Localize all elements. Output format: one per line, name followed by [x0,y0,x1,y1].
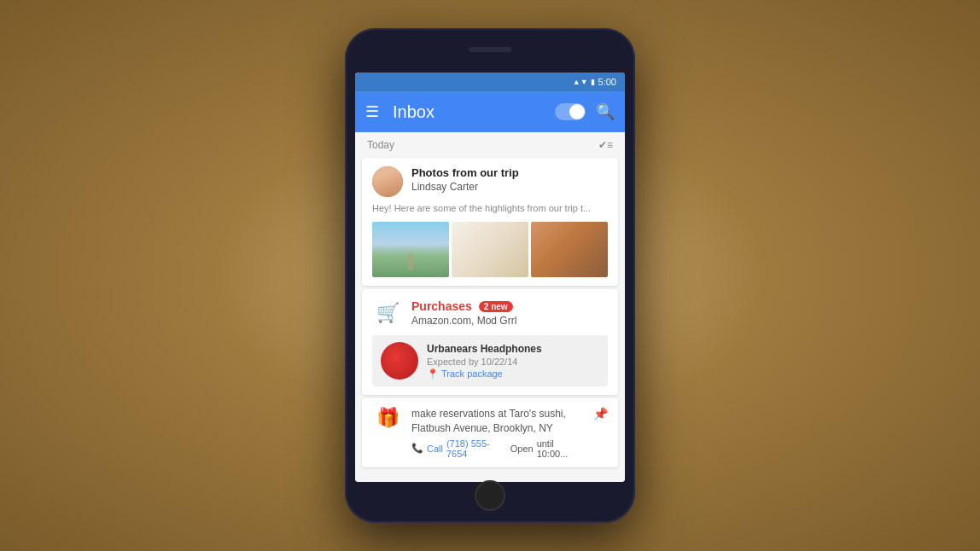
photo-thumb-3[interactable] [531,222,608,277]
menu-icon[interactable]: ☰ [365,102,379,121]
phone-screen: ▲▼ ▮ 5:00 ☰ Inbox 🔍 Today ✔≡ [355,72,625,482]
phone: ▲▼ ▮ 5:00 ☰ Inbox 🔍 Today ✔≡ [345,28,635,523]
email-subject: Photos from our trip [411,166,608,181]
section-label: Today [367,139,394,151]
new-badge: 2 new [479,301,513,312]
select-all-icon[interactable]: ✔≡ [598,139,613,151]
map-icon: 📍 [427,368,439,380]
toolbar: ☰ Inbox 🔍 [355,91,625,132]
phone-home-button[interactable] [475,480,505,511]
battery-icon: ▮ [591,78,595,86]
email-preview: Hey! Here are some of the highlights fro… [372,202,608,215]
purchases-card[interactable]: 🛒 Purchases 2 new Amazon.com, Mod Grrl [362,289,618,395]
content: Today ✔≡ Photos from our trip Lindsay Ca… [355,132,625,482]
purchases-title-row: Purchases 2 new [411,299,608,313]
headphone-image [381,342,418,380]
call-number[interactable]: (718) 555-7654 [446,438,507,459]
purchases-sub: Amazon.com, Mod Grrl [411,315,608,327]
purchases-info: Purchases 2 new Amazon.com, Mod Grrl [411,299,608,327]
pin-icon: 📌 [593,407,608,420]
package-card[interactable]: Urbanears Headphones Expected by 10/22/1… [372,335,608,386]
email-header: Photos from our trip Lindsay Carter [372,166,608,197]
open-label[interactable]: Open [510,444,534,454]
avatar-face [372,166,403,197]
avatar [372,166,403,197]
package-date: Expected by 10/22/14 [427,357,599,367]
phone-speaker [469,47,511,52]
track-label: Track package [441,368,503,379]
status-icons: ▲▼ ▮ [573,78,595,86]
photo-thumb-1[interactable] [372,222,449,277]
package-name: Urbanears Headphones [427,343,599,355]
reminder-title: make reservations at Taro's sushi, Flatb… [411,407,585,436]
call-label[interactable]: Call [427,444,443,454]
search-icon[interactable]: 🔍 [596,102,615,121]
purchases-header: 🛒 Purchases 2 new Amazon.com, Mod Grrl [372,298,608,328]
reminder-content: make reservations at Taro's sushi, Flatb… [411,407,585,459]
phone-icon: 📞 [411,443,423,454]
signal-icon: ▲▼ [573,78,588,86]
section-header: Today ✔≡ [355,132,625,154]
email-sender: Lindsay Carter [411,181,608,194]
cart-icon: 🛒 [372,298,403,328]
toolbar-title: Inbox [393,102,545,122]
reminder-title-text: make reservations at Taro's sushi, Flatb… [411,408,566,434]
status-bar: ▲▼ ▮ 5:00 [355,72,625,91]
photo-row [372,222,608,277]
email-meta: Photos from our trip Lindsay Carter [411,166,608,194]
reminder-icon: 🎁 [372,407,403,429]
purchases-label: Purchases [411,299,472,313]
status-time: 5:00 [598,77,616,87]
call-row: 📞 Call (718) 555-7654 Open until 10:00..… [411,438,585,459]
hours-text: until 10:00... [537,438,585,459]
reminder-card[interactable]: 🎁 make reservations at Taro's sushi, Fla… [362,398,618,467]
bundle-toggle-dot [569,104,585,119]
photo-thumb-2[interactable] [452,222,528,277]
bundle-toggle[interactable] [555,103,586,120]
email-card[interactable]: Photos from our trip Lindsay Carter Hey!… [362,158,618,286]
package-info: Urbanears Headphones Expected by 10/22/1… [427,343,599,380]
track-package-link[interactable]: 📍 Track package [427,368,599,380]
phone-body: ▲▼ ▮ 5:00 ☰ Inbox 🔍 Today ✔≡ [345,28,635,523]
